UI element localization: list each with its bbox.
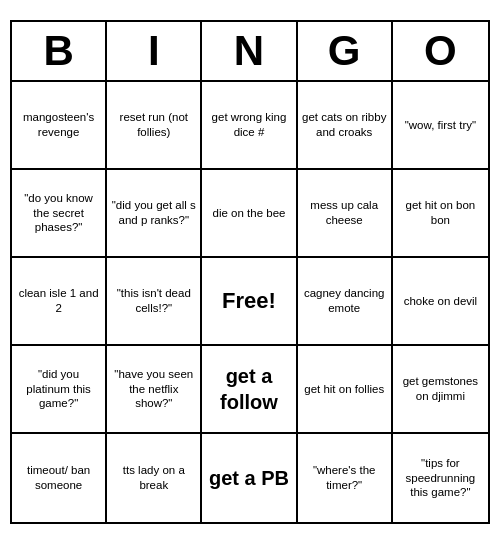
bingo-letter-i: I: [107, 22, 202, 80]
bingo-cell-14: choke on devil: [393, 258, 488, 346]
bingo-cell-5: "do you know the secret phases?": [12, 170, 107, 258]
bingo-cell-18: get hit on follies: [298, 346, 393, 434]
bingo-cell-16: "have you seen the netflix show?": [107, 346, 202, 434]
bingo-cell-15: "did you platinum this game?": [12, 346, 107, 434]
bingo-cell-12: Free!: [202, 258, 297, 346]
bingo-letter-b: B: [12, 22, 107, 80]
bingo-cell-24: "tips for speedrunning this game?": [393, 434, 488, 522]
bingo-cell-1: reset run (not follies): [107, 82, 202, 170]
bingo-letter-o: O: [393, 22, 488, 80]
bingo-cell-11: "this isn't dead cells!?": [107, 258, 202, 346]
bingo-cell-0: mangosteen's revenge: [12, 82, 107, 170]
bingo-cell-8: mess up cala cheese: [298, 170, 393, 258]
bingo-cell-6: "did you get all s and p ranks?": [107, 170, 202, 258]
bingo-header: BINGO: [12, 22, 488, 82]
bingo-cell-19: get gemstones on djimmi: [393, 346, 488, 434]
bingo-cell-9: get hit on bon bon: [393, 170, 488, 258]
bingo-cell-3: get cats on ribby and croaks: [298, 82, 393, 170]
bingo-cell-20: timeout/ ban someone: [12, 434, 107, 522]
bingo-cell-13: cagney dancing emote: [298, 258, 393, 346]
bingo-card: BINGO mangosteen's revengereset run (not…: [10, 20, 490, 524]
bingo-cell-21: tts lady on a break: [107, 434, 202, 522]
bingo-cell-23: "where's the timer?": [298, 434, 393, 522]
bingo-grid: mangosteen's revengereset run (not folli…: [12, 82, 488, 522]
bingo-cell-10: clean isle 1 and 2: [12, 258, 107, 346]
bingo-cell-17: get a follow: [202, 346, 297, 434]
bingo-cell-7: die on the bee: [202, 170, 297, 258]
bingo-cell-2: get wrong king dice #: [202, 82, 297, 170]
bingo-letter-g: G: [298, 22, 393, 80]
bingo-letter-n: N: [202, 22, 297, 80]
bingo-cell-4: "wow, first try": [393, 82, 488, 170]
bingo-cell-22: get a PB: [202, 434, 297, 522]
